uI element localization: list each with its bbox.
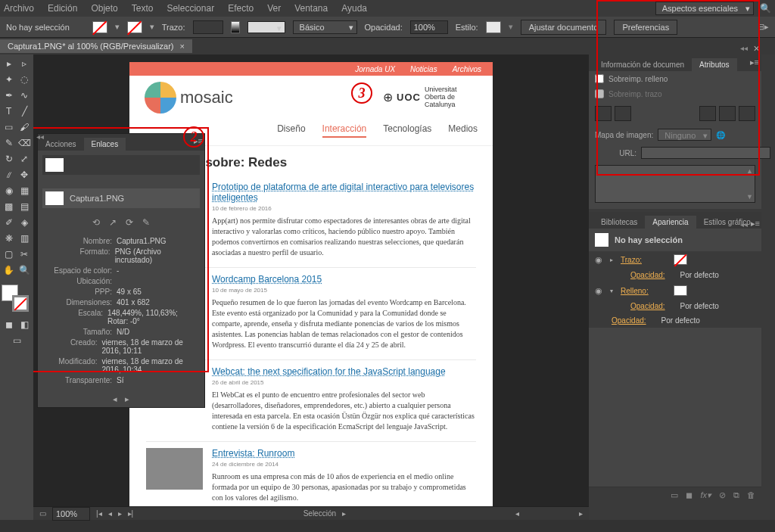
stroke-weight-input[interactable] bbox=[193, 20, 223, 34]
menu-objeto[interactable]: Objeto bbox=[91, 3, 117, 14]
search-icon[interactable]: 🔍 bbox=[760, 3, 771, 14]
panel-menu-icon[interactable]: ▸≡ bbox=[750, 58, 759, 67]
reverse-path-icon[interactable] bbox=[739, 106, 755, 121]
overprint-fill-checkbox[interactable] bbox=[595, 74, 604, 83]
scale-tool[interactable]: ⤢ bbox=[17, 151, 33, 166]
color-mode-icon[interactable]: ◼ bbox=[2, 317, 17, 332]
free-transform-tool[interactable]: ✥ bbox=[17, 167, 33, 182]
menu-efecto[interactable]: Efecto bbox=[228, 3, 254, 14]
graph-tool[interactable]: ▥ bbox=[17, 231, 33, 246]
magic-wand-tool[interactable]: ✦ bbox=[2, 72, 17, 87]
menu-texto[interactable]: Texto bbox=[132, 3, 154, 14]
edit-original-icon[interactable]: ✎ bbox=[142, 217, 150, 228]
curvature-tool[interactable]: ∿ bbox=[17, 88, 33, 103]
brush-def-icon[interactable] bbox=[231, 21, 240, 33]
fill-rule-nonzero-icon[interactable] bbox=[595, 106, 612, 121]
menu-ventana[interactable]: Ventana bbox=[294, 3, 328, 14]
fill-rule-evenodd-icon[interactable] bbox=[615, 106, 631, 121]
tab-enlaces[interactable]: Enlaces bbox=[84, 138, 126, 151]
stroke-swatch[interactable] bbox=[674, 254, 687, 265]
gradient-mode-icon[interactable]: ◧ bbox=[17, 317, 33, 332]
duplicate-icon[interactable]: ⧉ bbox=[733, 490, 739, 500]
goto-link-icon[interactable]: ↗ bbox=[109, 217, 117, 228]
shape-builder-tool[interactable]: ◉ bbox=[2, 183, 17, 198]
selection-tool[interactable]: ▸ bbox=[2, 56, 17, 71]
mesh-tool[interactable]: ▩ bbox=[2, 199, 17, 214]
rectangle-tool[interactable]: ▭ bbox=[2, 120, 17, 135]
close-panel-icon[interactable]: ✕ bbox=[753, 44, 760, 54]
basic-preset[interactable]: Básico bbox=[293, 20, 357, 34]
graphic-style-swatch[interactable] bbox=[486, 21, 501, 33]
appearance-opacity-row[interactable]: Opacidad: Por defecto bbox=[589, 313, 761, 328]
new-stroke-icon[interactable]: ▭ bbox=[671, 490, 678, 500]
add-effect-icon[interactable]: fx▾ bbox=[700, 490, 711, 500]
zoom-input[interactable] bbox=[52, 507, 90, 521]
artboard-nav-icon[interactable]: ▭ bbox=[39, 509, 46, 518]
tab-apariencia[interactable]: Apariencia bbox=[645, 216, 696, 229]
blend-tool[interactable]: ◈ bbox=[17, 215, 33, 230]
appearance-fill-row[interactable]: ◉ ▾ Relleno: bbox=[589, 282, 761, 299]
url-input[interactable] bbox=[641, 147, 770, 159]
line-tool[interactable]: ╱ bbox=[17, 104, 33, 119]
tab-bibliotecas[interactable]: Bibliotecas bbox=[593, 216, 645, 229]
screen-mode-icon[interactable]: ▭ bbox=[2, 333, 32, 348]
relink-icon[interactable]: ⟲ bbox=[92, 217, 100, 228]
next-link-icon[interactable]: ▸ bbox=[125, 394, 129, 404]
tab-estilos[interactable]: Estilos gráfico bbox=[696, 216, 758, 229]
symbol-sprayer-tool[interactable]: ❋ bbox=[2, 231, 17, 246]
visibility-icon[interactable]: ◉ bbox=[595, 255, 602, 265]
link-item[interactable] bbox=[42, 155, 200, 175]
artboard-tool[interactable]: ▢ bbox=[2, 247, 17, 262]
fill-swatch[interactable] bbox=[92, 21, 107, 33]
gradient-tool[interactable]: ▤ bbox=[17, 199, 33, 214]
appearance-opacity-row[interactable]: Opacidad: Por defecto bbox=[589, 299, 761, 313]
stroke-profile[interactable] bbox=[247, 21, 285, 33]
workspace-switcher[interactable]: Aspectos esenciales bbox=[655, 2, 754, 15]
panel-pin-icon[interactable]: ⊟▸ bbox=[758, 22, 769, 32]
link-item[interactable]: Captura1.PNG bbox=[42, 188, 200, 208]
panel-menu-icon[interactable]: ▸≡ bbox=[751, 219, 760, 229]
overprint-stroke-checkbox[interactable] bbox=[595, 89, 604, 98]
eyedropper-tool[interactable]: ✐ bbox=[2, 215, 17, 230]
close-icon[interactable]: × bbox=[179, 42, 184, 51]
last-icon[interactable]: ▸| bbox=[128, 509, 134, 518]
fill-stroke-control[interactable] bbox=[2, 285, 29, 312]
fill-swatch[interactable] bbox=[674, 285, 687, 296]
update-link-icon[interactable]: ⟳ bbox=[126, 217, 133, 228]
prev-link-icon[interactable]: ◂ bbox=[113, 394, 117, 404]
preferences-button[interactable]: Preferencias bbox=[614, 20, 677, 35]
perspective-tool[interactable]: ▦ bbox=[17, 183, 33, 198]
width-tool[interactable]: ⫽ bbox=[2, 167, 17, 182]
menu-seleccionar[interactable]: Seleccionar bbox=[167, 3, 214, 14]
shaper-tool[interactable]: ✎ bbox=[2, 135, 17, 151]
document-tab[interactable]: Captura1.PNG* al 100% (RGB/Previsualizar… bbox=[0, 39, 192, 53]
next-icon[interactable]: ▸ bbox=[118, 509, 122, 518]
adjust-document-button[interactable]: Ajustar documento bbox=[521, 20, 607, 35]
new-fill-icon[interactable]: ◼ bbox=[686, 490, 693, 500]
lasso-tool[interactable]: ◌ bbox=[17, 72, 33, 87]
tab-acciones[interactable]: Acciones bbox=[38, 138, 84, 151]
hand-tool[interactable]: ✋ bbox=[2, 263, 17, 278]
stroke-swatch[interactable] bbox=[127, 21, 142, 33]
menu-archivo[interactable]: Archivo bbox=[4, 3, 34, 14]
menu-ver[interactable]: Ver bbox=[267, 3, 281, 14]
collapse-icon[interactable]: ◂◂ bbox=[740, 44, 748, 52]
tab-atributos[interactable]: Atributos bbox=[692, 58, 736, 71]
opacity-input[interactable] bbox=[410, 20, 448, 34]
notes-textarea[interactable]: ▲ ▼ bbox=[595, 165, 755, 203]
direct-selection-tool[interactable]: ▹ bbox=[17, 56, 33, 71]
visibility-icon[interactable]: ◉ bbox=[595, 286, 602, 296]
eraser-tool[interactable]: ⌫ bbox=[17, 135, 33, 151]
image-map-dropdown[interactable]: Ninguno bbox=[658, 129, 711, 141]
collapse-icon[interactable]: ◂◂ bbox=[36, 132, 44, 141]
clear-icon[interactable]: ⊘ bbox=[719, 490, 726, 500]
menu-ayuda[interactable]: Ayuda bbox=[341, 3, 367, 14]
collapse-icon[interactable]: ◂◂ bbox=[740, 220, 748, 229]
browser-icon[interactable]: 🌐 bbox=[716, 131, 725, 139]
show-center-icon[interactable] bbox=[699, 106, 716, 121]
delete-icon[interactable]: 🗑 bbox=[747, 490, 755, 500]
first-icon[interactable]: |◂ bbox=[96, 509, 102, 518]
menu-edicion[interactable]: Edición bbox=[48, 3, 77, 14]
appearance-stroke-row[interactable]: ◉ ▸ Trazo: bbox=[589, 251, 761, 268]
type-tool[interactable]: T bbox=[2, 104, 17, 119]
